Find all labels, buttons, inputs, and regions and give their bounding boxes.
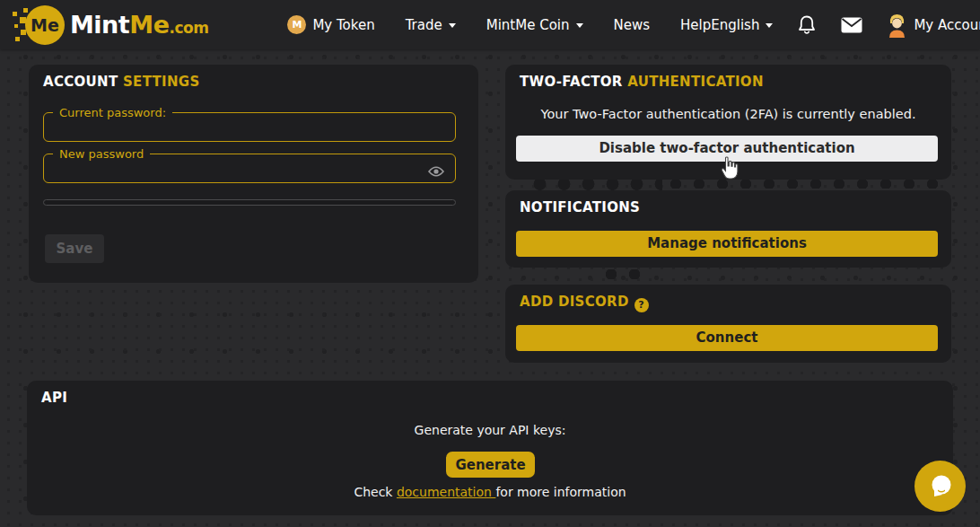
save-button[interactable]: Save xyxy=(45,234,104,263)
nav-item-my-token[interactable]: M My Token xyxy=(287,15,374,34)
generate-api-keys-button[interactable]: Generate xyxy=(446,452,535,478)
api-docs-text: Check documentation for more information xyxy=(27,485,953,499)
top-navbar: Me MintMe.com M My Token Trade MintMe Co… xyxy=(0,0,980,49)
disable-two-factor-button[interactable]: Disable two-factor authentication xyxy=(516,136,938,162)
live-chat-button[interactable] xyxy=(914,461,966,512)
help-question-icon[interactable]: ? xyxy=(634,298,649,312)
nav-item-trade[interactable]: Trade xyxy=(406,17,456,33)
password-strength-bar xyxy=(43,199,456,206)
nav-item-help[interactable]: Help xyxy=(680,17,711,33)
language-label: English xyxy=(711,17,759,33)
nav-help-label: Help xyxy=(680,17,711,33)
mintme-logo-icon: Me xyxy=(13,4,65,46)
notifications-title: NOTIFICATIONS xyxy=(520,199,640,215)
current-password-label: Current password: xyxy=(53,106,172,119)
nav-right-group: English My Account xyxy=(711,12,980,38)
add-discord-title: ADD DISCORD? xyxy=(520,294,649,312)
api-title: API xyxy=(41,390,67,406)
new-password-label: New password xyxy=(53,147,150,161)
notifications-bell-button[interactable] xyxy=(797,14,817,36)
messages-button[interactable] xyxy=(841,17,862,33)
api-panel: API Generate your API keys: Generate Che… xyxy=(27,381,953,515)
mintme-logo[interactable]: Me MintMe.com xyxy=(13,4,208,46)
language-selector[interactable]: English xyxy=(711,17,773,33)
toggle-password-visibility-button[interactable] xyxy=(428,164,444,181)
two-factor-title: TWO-FACTOR AUTHENTICATION xyxy=(520,74,764,90)
discord-connect-button[interactable]: Connect xyxy=(516,325,938,351)
current-password-fieldset: Current password: xyxy=(43,106,456,142)
api-generate-prompt: Generate your API keys: xyxy=(27,423,953,437)
manage-notifications-button[interactable]: Manage notifications xyxy=(516,231,938,257)
halftone-dots-decoration xyxy=(599,269,646,279)
two-factor-panel: TWO-FACTOR AUTHENTICATION Your Two-Facto… xyxy=(505,65,951,180)
token-coin-icon: M xyxy=(287,15,306,34)
chevron-down-icon xyxy=(576,23,583,28)
account-settings-panel: ACCOUNT SETTINGS Current password: New p… xyxy=(29,65,478,283)
eye-icon xyxy=(428,165,444,178)
user-avatar xyxy=(887,12,907,38)
logo-monogram: Me xyxy=(25,5,65,45)
nav-mintme-coin-label: MintMe Coin xyxy=(486,17,570,33)
logo-wordmark: MintMe.com xyxy=(70,11,208,39)
envelope-icon xyxy=(841,17,862,33)
bell-icon xyxy=(797,14,817,36)
add-discord-panel: ADD DISCORD? Connect xyxy=(505,285,951,363)
my-account-label: My Account xyxy=(914,17,980,33)
chat-bubble-icon xyxy=(926,472,955,501)
two-factor-status-text: Your Two-Factor authentication (2FA) is … xyxy=(505,107,951,121)
account-settings-title: ACCOUNT SETTINGS xyxy=(43,74,200,90)
nav-my-token-label: My Token xyxy=(312,17,374,33)
halftone-dots-decoration xyxy=(664,180,944,189)
chevron-down-icon xyxy=(766,23,773,28)
nav-item-news[interactable]: News xyxy=(614,17,651,33)
nav-item-mintme-coin[interactable]: MintMe Coin xyxy=(486,17,583,33)
new-password-input[interactable] xyxy=(51,162,410,184)
current-password-input[interactable] xyxy=(51,121,410,143)
documentation-link[interactable]: documentation xyxy=(397,485,495,499)
nav-menu: M My Token Trade MintMe Coin News Help xyxy=(287,15,711,34)
nav-trade-label: Trade xyxy=(406,17,442,33)
my-account-menu[interactable]: My Account xyxy=(887,12,980,38)
new-password-fieldset: New password xyxy=(43,147,456,183)
notifications-panel: NOTIFICATIONS Manage notifications xyxy=(505,190,951,268)
nav-news-label: News xyxy=(614,17,651,33)
chevron-down-icon xyxy=(449,23,456,28)
